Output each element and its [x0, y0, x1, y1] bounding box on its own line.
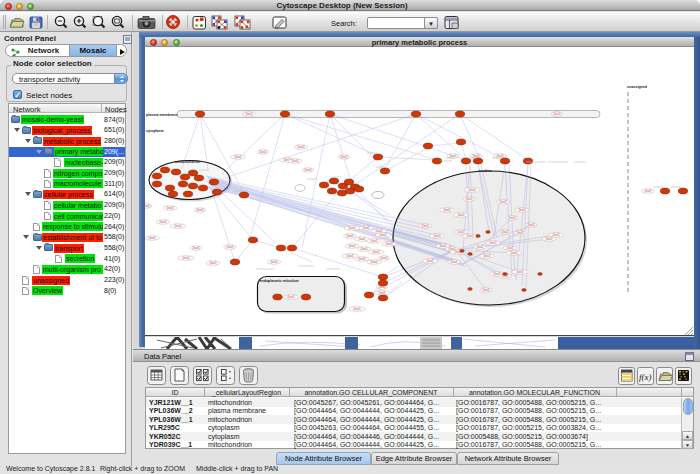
svg-text:endoplasmic reticulum: endoplasmic reticulum — [260, 279, 299, 283]
svg-text:(0xx4): (0xx4) — [457, 213, 464, 217]
svg-text:(0xx4): (0xx4) — [372, 250, 379, 254]
svg-text:(0xx4): (0xx4) — [489, 241, 496, 245]
svg-text:cytoplasm: cytoplasm — [146, 129, 164, 133]
svg-text:(0xx4): (0xx4) — [196, 208, 203, 212]
svg-text:(0xx4): (0xx4) — [644, 189, 651, 193]
svg-text:plasma membrane: plasma membrane — [146, 113, 178, 117]
svg-text:(0xx4): (0xx4) — [226, 245, 233, 249]
svg-text:(0xx4): (0xx4) — [545, 237, 552, 241]
svg-text:(0xx4): (0xx4) — [159, 220, 166, 224]
svg-text:unassigned: unassigned — [627, 85, 647, 89]
svg-text:(0xx4): (0xx4) — [358, 257, 365, 261]
svg-text:(0xx4): (0xx4) — [166, 206, 173, 210]
svg-text:(0xx4): (0xx4) — [385, 242, 392, 246]
svg-text:(0xx4): (0xx4) — [516, 231, 523, 235]
svg-text:(0xx4): (0xx4) — [501, 230, 508, 234]
svg-text:(0xx4): (0xx4) — [148, 236, 155, 240]
svg-text:(0xx4): (0xx4) — [466, 234, 473, 238]
svg-text:(0xx4): (0xx4) — [360, 247, 367, 251]
svg-text:(0xx4): (0xx4) — [527, 223, 534, 227]
svg-text:nucleus: nucleus — [479, 169, 493, 173]
svg-text:(0xx4): (0xx4) — [379, 233, 386, 237]
svg-text:(0xx4): (0xx4) — [348, 244, 355, 248]
svg-text:(0xx4): (0xx4) — [552, 233, 559, 237]
svg-text:(0xx4): (0xx4) — [346, 234, 353, 238]
svg-text:(0xx4): (0xx4) — [346, 254, 353, 258]
svg-text:(0xx4): (0xx4) — [468, 188, 475, 192]
svg-text:(0xx4): (0xx4) — [506, 246, 513, 250]
svg-text:(0xx4): (0xx4) — [378, 291, 385, 295]
svg-text:mitochondrion: mitochondrion — [175, 160, 200, 164]
svg-text:(0xx4): (0xx4) — [496, 154, 503, 158]
svg-text:(0xx4): (0xx4) — [362, 226, 369, 230]
svg-text:(0xx4): (0xx4) — [270, 260, 277, 264]
svg-text:(0xx4): (0xx4) — [209, 261, 216, 265]
svg-text:(0xx4): (0xx4) — [476, 245, 483, 249]
svg-text:(0xx4): (0xx4) — [192, 246, 199, 250]
svg-text:(0xx4): (0xx4) — [375, 229, 382, 233]
svg-text:(0xx4): (0xx4) — [516, 270, 523, 274]
svg-text:(0xx4): (0xx4) — [145, 204, 150, 208]
svg-text:(0xx4): (0xx4) — [370, 239, 377, 243]
svg-text:(0xx4): (0xx4) — [426, 259, 433, 263]
svg-text:(0xx4): (0xx4) — [465, 197, 472, 201]
svg-text:(0xx4): (0xx4) — [421, 224, 428, 228]
svg-text:(0xx4): (0xx4) — [439, 244, 446, 248]
svg-text:(0xx4): (0xx4) — [510, 251, 517, 255]
svg-text:(0xx4): (0xx4) — [370, 260, 377, 264]
svg-text:(0xx4): (0xx4) — [259, 150, 266, 154]
svg-text:(0xx4): (0xx4) — [287, 295, 294, 299]
svg-text:(0xx4): (0xx4) — [174, 224, 181, 228]
svg-text:(0xx4): (0xx4) — [380, 256, 387, 260]
svg-text:(0xx4): (0xx4) — [553, 112, 560, 116]
svg-text:(0xx4): (0xx4) — [353, 307, 360, 311]
svg-text:(0xx4): (0xx4) — [297, 145, 304, 149]
svg-text:(0xx4): (0xx4) — [518, 208, 525, 212]
svg-text:f(x): f(x) — [639, 372, 652, 382]
svg-text:(0xx4): (0xx4) — [457, 230, 464, 234]
svg-text:(0xx4): (0xx4) — [182, 256, 189, 260]
svg-text:(0xx4): (0xx4) — [358, 237, 365, 241]
svg-text:(0xx4): (0xx4) — [508, 216, 515, 220]
svg-text:(0xx4): (0xx4) — [291, 159, 298, 163]
svg-text:(0xx4): (0xx4) — [304, 168, 311, 172]
svg-text:(0xx4): (0xx4) — [483, 254, 490, 258]
svg-text:(0xx4): (0xx4) — [340, 155, 347, 159]
svg-text:(0xx4): (0xx4) — [482, 288, 489, 292]
svg-text:(0xx4): (0xx4) — [245, 112, 252, 116]
svg-text:(0xx4): (0xx4) — [450, 260, 457, 264]
svg-text:(0xx4): (0xx4) — [499, 200, 506, 204]
svg-text:(0xx4): (0xx4) — [472, 154, 479, 158]
svg-text:(0xx4): (0xx4) — [348, 226, 355, 230]
svg-text:(0xx4): (0xx4) — [234, 155, 241, 159]
svg-text:(0xx4): (0xx4) — [443, 208, 450, 212]
svg-text:(0xx4): (0xx4) — [433, 234, 440, 238]
svg-text:(0xx4): (0xx4) — [449, 154, 456, 158]
